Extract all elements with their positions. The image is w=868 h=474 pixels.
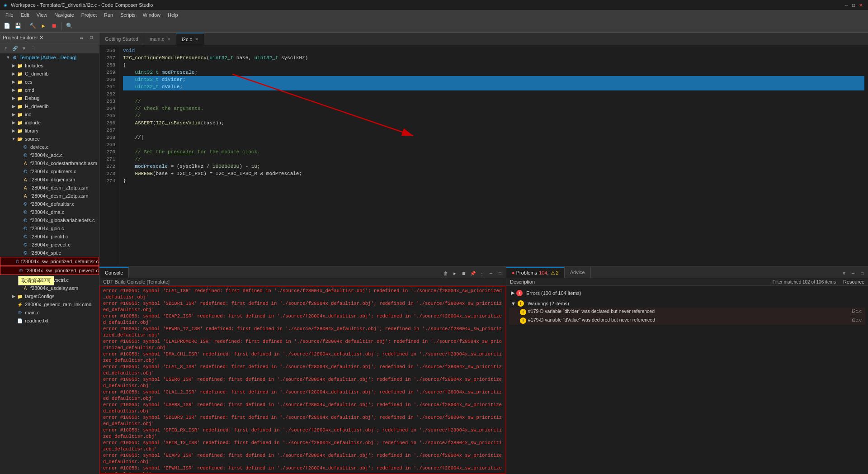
console-clear-btn[interactable]: 🗑: [442, 270, 450, 278]
menu-navigate[interactable]: Navigate: [51, 11, 77, 19]
line-numbers: 256 257 258 259 260 261 262 263 264 265 …: [99, 45, 119, 266]
tree-item-inc[interactable]: ▶ 📁 inc: [0, 110, 99, 118]
tab-advice[interactable]: Advice: [565, 267, 591, 278]
code-line-266: ASSERT(I2C_isBaseValid(base));: [123, 119, 864, 127]
tree-item-sw-prio-pievect[interactable]: © f28004x_sw_prioritized_pievect.c: [0, 266, 99, 275]
tree-item-codestartbranch[interactable]: A f28004x_codestartbranch.asm: [0, 159, 99, 167]
problems-content[interactable]: ▶ ! Errors (100 of 104 items) ▼ ! Warnin…: [506, 286, 868, 474]
menu-project[interactable]: Project: [78, 11, 100, 19]
tab-console[interactable]: Console: [99, 267, 129, 278]
tree-item-dbgier[interactable]: A f28004x_dbgier.asm: [0, 175, 99, 184]
tree-item-cputimers[interactable]: © f28004x_cputimers.c: [0, 167, 99, 175]
console-line-4: error #10056: symbol 'CLA1PROMCRC_ISR' r…: [101, 338, 504, 351]
tree-item-f28004x-adc[interactable]: © f28004x_adc.c: [0, 151, 99, 159]
tree-item-defaultisr[interactable]: © f28004x_defaultisr.c: [0, 200, 99, 208]
warning-item-1[interactable]: ! #179-D variable "divider" was declared…: [509, 308, 865, 316]
menu-help[interactable]: Help: [164, 11, 182, 19]
menu-run[interactable]: Run: [100, 11, 117, 19]
folder-icon-debug: 📁: [16, 95, 24, 102]
tree-item-main-c[interactable]: © main.c: [0, 308, 99, 317]
console-minimize-btn[interactable]: ─: [487, 270, 495, 278]
close-tab-i2c-c[interactable]: ✕: [195, 37, 198, 42]
console-content[interactable]: error #10056: symbol 'CLA1_ISR' redefine…: [99, 286, 506, 474]
c-file-icon-main: ©: [16, 309, 24, 316]
tree-item-includes[interactable]: ▶ 📁 Includes: [0, 62, 99, 70]
problems-error-count: 104: [539, 270, 547, 275]
console-maximize-btn[interactable]: □: [496, 270, 504, 278]
pe-filter-btn[interactable]: ▽: [20, 44, 28, 52]
tree-root-template[interactable]: ▼ ⚙ Template [Active - Debug]: [0, 53, 99, 62]
console-menu-btn[interactable]: ⋮: [478, 270, 486, 278]
tree-item-debug[interactable]: ▶ 📁 Debug: [0, 94, 99, 102]
folder-icon-h_driverlib: 📁: [16, 103, 24, 110]
tree-item-dcsm-z2[interactable]: A f28004x_dcsm_z2otp.asm: [0, 192, 99, 200]
tree-item-cmd[interactable]: ▶ 📁 cmd: [0, 86, 99, 94]
tab-problems[interactable]: ● Problems 104 , ⚠ 2: [506, 267, 565, 278]
menu-window[interactable]: Window: [139, 11, 164, 19]
close-btn[interactable]: ✕: [857, 1, 864, 9]
tree-item-dcsm-z1[interactable]: A f28004x_dcsm_z1otp.asm: [0, 184, 99, 192]
stop-btn[interactable]: ⏹: [49, 21, 59, 31]
problems-warnings-header[interactable]: ▼ ! Warnings (2 items): [509, 299, 865, 308]
build-btn[interactable]: 🔨: [28, 21, 38, 31]
tree-item-piectrl[interactable]: © f28004x_piectrl.c: [0, 232, 99, 241]
tab-i2c-c[interactable]: i2c.c ✕: [176, 33, 204, 45]
new-btn[interactable]: 📄: [2, 21, 12, 31]
debug-btn[interactable]: ▶: [38, 21, 48, 31]
code-line-263: //: [123, 98, 864, 105]
menu-view[interactable]: View: [33, 11, 51, 19]
console-stop-btn[interactable]: ⏹: [460, 270, 468, 278]
problems-filter-btn[interactable]: ▽: [840, 270, 848, 278]
tree-item-include[interactable]: ▶ 📁 include: [0, 118, 99, 127]
problems-errors-header[interactable]: ▶ ! Errors (100 of 104 items): [509, 289, 865, 297]
tab-console-label: Console: [105, 270, 123, 275]
console-run-btn[interactable]: ▶: [451, 270, 459, 278]
warnings-expand-arrow: ▼: [511, 301, 516, 306]
tab-main-c[interactable]: main.c ✕: [144, 33, 176, 45]
tree-item-targetconfigs[interactable]: ▶ 📁 targetConfigs: [0, 292, 99, 300]
tree-item-readme[interactable]: 📄 readme.txt: [0, 317, 99, 325]
tree-item-h_driverlib[interactable]: ▶ 📁 H_driverlib: [0, 102, 99, 110]
warning-item-2[interactable]: ! #179-D variable "dValue" was declared …: [509, 316, 865, 325]
tree-item-globalvars[interactable]: © f28004x_globalvariabledefs.c: [0, 216, 99, 224]
tree-item-device-c[interactable]: © device.c: [0, 143, 99, 151]
tree-item-ram-lnk[interactable]: ⚡ 28000x_generic_ram_lnk.cmd: [0, 300, 99, 308]
pe-collapse-btn[interactable]: ⬆: [2, 44, 10, 52]
tree-item-gpio[interactable]: © f28004x_gpio.c: [0, 224, 99, 232]
menu-edit[interactable]: Edit: [17, 11, 33, 19]
code-line-270: // Set the prescaler for the module cloc…: [123, 148, 864, 156]
code-line-262: [123, 90, 864, 98]
console-subtitle-text: CDT Build Console [Template]: [103, 279, 170, 284]
pe-link-btn[interactable]: 🔗: [11, 44, 19, 52]
menu-file[interactable]: File: [2, 11, 17, 19]
console-line-1: error #10056: symbol 'SD1DR1_ISR' redefi…: [101, 300, 504, 313]
code-content[interactable]: void I2C_configureModuleFrequency(uint32…: [119, 45, 868, 266]
save-btn[interactable]: 💾: [13, 21, 23, 31]
pe-menu-btn[interactable]: ⋮: [29, 44, 37, 52]
asm-file-icon-dcsm-z1: A: [22, 184, 29, 191]
tree-item-c_driverlib[interactable]: ▶ 📁 C_driverlib: [0, 70, 99, 78]
tree-item-sw-prio-defaultisr[interactable]: © f28004x_sw_prioritized_defaultisr.c: [0, 257, 99, 266]
console-pin-btn[interactable]: 📌: [469, 270, 477, 278]
tree-item-pievect[interactable]: © f28004x_pievect.c: [0, 241, 99, 249]
tree-item-source[interactable]: ▼ 📂 source: [0, 135, 99, 143]
problems-maximize-btn[interactable]: □: [858, 270, 866, 278]
menu-scripts[interactable]: Scripts: [117, 11, 139, 19]
problems-minimize-btn[interactable]: ─: [849, 270, 857, 278]
code-line-268: //|: [123, 134, 864, 141]
problems-col-res-header: Resource: [843, 279, 864, 284]
tree-label-codestartbranch: f28004x_codestartbranch.asm: [30, 161, 97, 166]
code-editor[interactable]: 256 257 258 259 260 261 262 263 264 265 …: [99, 45, 868, 266]
pe-minimize-btn[interactable]: ▭: [76, 33, 86, 43]
tab-getting-started[interactable]: Getting Started: [99, 33, 144, 45]
search-btn[interactable]: 🔍: [64, 21, 74, 31]
tree-item-dma[interactable]: © f28004x_dma.c: [0, 208, 99, 216]
maximize-btn[interactable]: □: [850, 1, 857, 9]
tree-item-spi[interactable]: © f28004x_spi.c: [0, 249, 99, 257]
close-tab-main-c[interactable]: ✕: [167, 37, 170, 42]
toolbar-sep1: [25, 22, 25, 30]
minimize-btn[interactable]: ─: [843, 1, 850, 9]
tree-item-library[interactable]: ▶ 📁 library: [0, 127, 99, 135]
tree-item-ccs[interactable]: ▶ 📁 ccs: [0, 78, 99, 86]
pe-maximize-btn[interactable]: □: [86, 33, 96, 43]
